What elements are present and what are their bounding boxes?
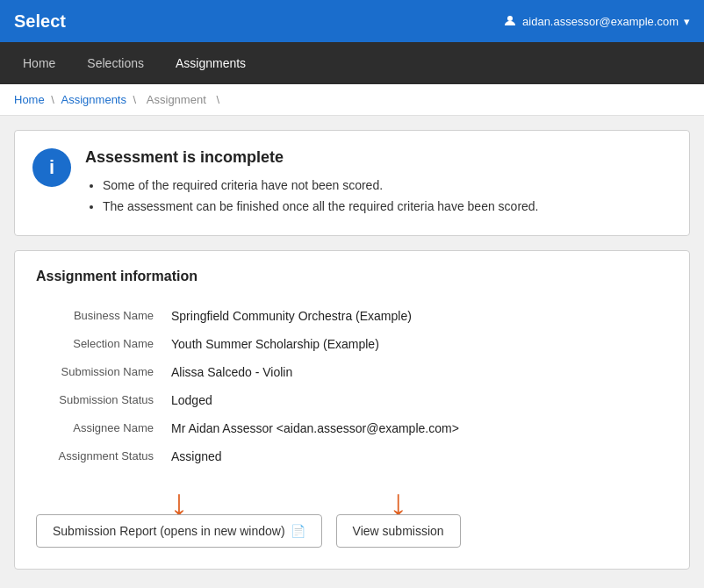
user-email: aidan.assessor@example.com (522, 15, 679, 28)
table-row: Assignee Name Mr Aidan Assessor <aidan.a… (36, 414, 668, 442)
alert-list: Some of the required criteria have not b… (85, 176, 539, 218)
main-content: i Assessment is incomplete Some of the r… (0, 116, 704, 584)
info-section-title: Assignment information (36, 269, 668, 284)
field-label-submission-name: Submission Name (36, 358, 168, 386)
document-icon: 📄 (291, 524, 305, 538)
alert-icon: i (32, 148, 71, 187)
field-label-selection-name: Selection Name (36, 330, 168, 358)
table-row: Submission Name Alissa Salcedo - Violin (36, 358, 668, 386)
info-table: Business Name Springfield Community Orch… (36, 302, 668, 470)
field-label-assignee-name: Assignee Name (36, 414, 168, 442)
chevron-down-icon: ▾ (684, 15, 690, 28)
breadcrumb-sep1: \ (51, 93, 57, 106)
field-label-submission-status: Submission Status (36, 386, 168, 414)
nav-assignments[interactable]: Assignments (160, 42, 262, 84)
field-label-business-name: Business Name (36, 302, 168, 330)
table-row: Assignment Status Assigned (36, 442, 668, 470)
field-label-assignment-status: Assignment Status (36, 442, 168, 470)
alert-bullet-2: The assessment can be finished once all … (103, 197, 539, 218)
breadcrumb-assignments[interactable]: Assignments (61, 93, 126, 106)
table-row: Business Name Springfield Community Orch… (36, 302, 668, 330)
breadcrumb-sep2: \ (133, 93, 140, 106)
field-value-assignment-status: Assigned (168, 442, 668, 470)
submission-report-label: Submission Report (opens in new window) (53, 524, 285, 538)
field-value-assignee-name: Mr Aidan Assessor <aidan.assessor@exampl… (168, 414, 668, 442)
top-bar: Select aidan.assessor@example.com ▾ (0, 0, 704, 42)
field-value-submission-name: Alissa Salcedo - Violin (168, 358, 668, 386)
table-row: Selection Name Youth Summer Scholarship … (36, 330, 668, 358)
view-submission-label: View submission (353, 524, 444, 538)
submission-report-button[interactable]: Submission Report (opens in new window) … (36, 514, 322, 548)
submission-report-wrapper: ↓ Submission Report (opens in new window… (36, 484, 322, 548)
view-submission-wrapper: ↓ View submission (336, 484, 461, 548)
svg-point-0 (507, 16, 513, 21)
app-title: Select (14, 11, 66, 32)
alert-content: Assessment is incomplete Some of the req… (85, 148, 539, 218)
view-submission-button[interactable]: View submission (336, 514, 461, 548)
breadcrumb-current: Assignment (147, 93, 206, 106)
table-row: Submission Status Lodged (36, 386, 668, 414)
breadcrumb-sep3: \ (216, 93, 219, 106)
field-value-business-name: Springfield Community Orchestra (Example… (168, 302, 668, 330)
user-menu[interactable]: aidan.assessor@example.com ▾ (503, 14, 690, 28)
breadcrumb: Home \ Assignments \ Assignment \ (0, 84, 704, 116)
alert-title: Assessment is incomplete (85, 148, 539, 167)
alert-box: i Assessment is incomplete Some of the r… (14, 130, 690, 236)
nav-bar: Home Selections Assignments (0, 42, 704, 84)
breadcrumb-home[interactable]: Home (14, 93, 45, 106)
assignment-info-box: Assignment information Business Name Spr… (14, 250, 690, 570)
field-value-selection-name: Youth Summer Scholarship (Example) (168, 330, 668, 358)
alert-bullet-1: Some of the required criteria have not b… (103, 176, 539, 197)
user-icon (503, 14, 517, 28)
nav-home[interactable]: Home (7, 42, 71, 84)
nav-selections[interactable]: Selections (71, 42, 160, 84)
field-value-submission-status: Lodged (168, 386, 668, 414)
